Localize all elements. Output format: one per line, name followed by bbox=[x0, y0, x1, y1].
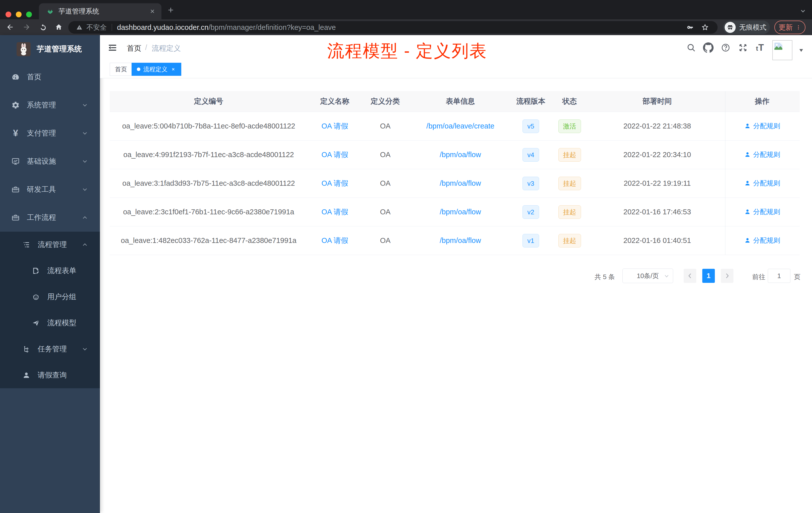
table-header: 定义编号 定义名称 定义分类 表单信息 流程版本 状态 部署时间 操作 bbox=[110, 91, 800, 112]
tab-close-icon[interactable] bbox=[149, 8, 155, 14]
search-icon[interactable] bbox=[686, 42, 697, 54]
page-size-select[interactable]: 10条/页 bbox=[622, 269, 673, 283]
sidebar-item-infrastructure[interactable]: 基础设施 bbox=[0, 147, 100, 175]
status-badge: 挂起 bbox=[558, 205, 581, 219]
url-host: dashboard.yudao.iocoder.cn bbox=[117, 23, 208, 32]
form-info-link[interactable]: /bpm/oa/flow bbox=[440, 208, 481, 216]
tab-title: 芋道管理系统 bbox=[58, 7, 149, 16]
user-icon bbox=[744, 123, 751, 129]
github-icon[interactable] bbox=[702, 42, 714, 54]
sidebar-item-process-management[interactable]: 流程管理 bbox=[0, 232, 100, 258]
password-key-icon[interactable] bbox=[686, 24, 694, 31]
browser-toolbar: 不安全 dashboard.yudao.iocoder.cn/bpm/manag… bbox=[0, 19, 812, 35]
tag-process-definition[interactable]: 流程定义 bbox=[132, 63, 181, 76]
definition-name-link[interactable]: OA 请假 bbox=[321, 179, 348, 187]
gear-icon bbox=[11, 101, 20, 110]
browser-menu-dots-icon[interactable] bbox=[796, 24, 801, 31]
traffic-light-zoom[interactable] bbox=[26, 11, 32, 17]
definition-id: oa_leave:3:1fad3d93-7b75-11ec-a3c8-acde4… bbox=[110, 179, 308, 187]
app-logo-row[interactable]: 芋道管理系统 bbox=[0, 35, 100, 63]
page-number-1[interactable]: 1 bbox=[702, 269, 715, 283]
definition-id: oa_leave:5:004b710b-7b8a-11ec-8ef0-acde4… bbox=[110, 122, 308, 130]
breadcrumb-home[interactable]: 首页 bbox=[127, 43, 141, 54]
definition-name-link[interactable]: OA 请假 bbox=[321, 151, 348, 159]
breadcrumb-current: 流程定义 bbox=[152, 43, 181, 54]
deploy-time: 2022-01-22 20:34:10 bbox=[590, 151, 725, 159]
screen: 芋道管理系统 不安全 dashboard.yudao. bbox=[0, 0, 812, 513]
page-size-value: 10条/页 bbox=[637, 272, 659, 280]
status-badge: 挂起 bbox=[558, 234, 581, 247]
omnibox-divider bbox=[112, 24, 112, 31]
assign-rule-link[interactable]: 分配规则 bbox=[744, 179, 780, 188]
definition-name-link[interactable]: OA 请假 bbox=[321, 122, 348, 130]
browser-tab[interactable]: 芋道管理系统 bbox=[39, 3, 162, 19]
reload-button[interactable] bbox=[38, 22, 49, 33]
form-info-link[interactable]: /bpm/oa/flow bbox=[440, 236, 481, 244]
sidebar-item-process-model[interactable]: 流程模型 bbox=[0, 310, 100, 336]
prev-page-button[interactable] bbox=[684, 269, 696, 283]
sidebar-item-dev-tools[interactable]: 研发工具 bbox=[0, 175, 100, 204]
help-icon[interactable] bbox=[720, 42, 731, 54]
deploy-time: 2022-01-22 19:19:11 bbox=[590, 179, 725, 187]
tab-search-chevron-icon[interactable] bbox=[800, 7, 807, 14]
tag-close-icon[interactable] bbox=[171, 66, 176, 72]
form-info-link[interactable]: /bpm/oa/flow bbox=[440, 151, 481, 159]
fullscreen-icon[interactable] bbox=[737, 42, 749, 54]
definition-name-link[interactable]: OA 请假 bbox=[321, 236, 348, 244]
browser-update-button[interactable]: 更新 bbox=[774, 21, 806, 34]
sidebar-item-home[interactable]: 首页 bbox=[0, 63, 100, 91]
goto-page-input[interactable] bbox=[768, 269, 790, 283]
sidebar-item-label: 基础设施 bbox=[27, 156, 56, 167]
definition-name-link[interactable]: OA 请假 bbox=[321, 208, 348, 216]
avatar-caret-icon[interactable] bbox=[799, 48, 804, 53]
sidebar-item-task-management[interactable]: 任务管理 bbox=[0, 336, 100, 362]
assign-rule-label: 分配规则 bbox=[753, 207, 780, 216]
font-size-icon[interactable]: tT bbox=[754, 42, 766, 54]
sidebar-item-workflow[interactable]: 工作流程 bbox=[0, 204, 100, 232]
bookmark-star-icon[interactable] bbox=[701, 23, 709, 31]
definition-category: OA bbox=[362, 122, 408, 130]
security-label[interactable]: 不安全 bbox=[86, 23, 107, 32]
sidebar-item-label: 工作流程 bbox=[27, 213, 56, 222]
table-row: oa_leave:2:3c1f0ef1-76b1-11ec-9c66-a2380… bbox=[110, 198, 800, 227]
sidebar-item-label: 研发工具 bbox=[27, 184, 56, 194]
sidebar-item-leave-query[interactable]: 请假查询 bbox=[0, 362, 100, 388]
sidebar-item-payment[interactable]: ¥ 支付管理 bbox=[0, 119, 100, 147]
assign-rule-label: 分配规则 bbox=[753, 236, 780, 245]
form-info-link[interactable]: /bpm/oa/leave/create bbox=[426, 122, 494, 130]
user-icon bbox=[744, 209, 751, 215]
table-row: oa_leave:1:482ec033-762a-11ec-8477-a2380… bbox=[110, 227, 800, 255]
sidebar-item-process-form[interactable]: 流程表单 bbox=[0, 258, 100, 284]
tag-home[interactable]: 首页 bbox=[110, 63, 132, 76]
assign-rule-link[interactable]: 分配规则 bbox=[744, 121, 780, 130]
back-button[interactable] bbox=[4, 22, 16, 33]
sidebar-item-system[interactable]: 系统管理 bbox=[0, 91, 100, 119]
traffic-light-minimize[interactable] bbox=[16, 11, 22, 17]
definition-table: 定义编号 定义名称 定义分类 表单信息 流程版本 状态 部署时间 操作 oa_l… bbox=[110, 91, 800, 255]
assign-rule-link[interactable]: 分配规则 bbox=[744, 150, 780, 159]
url-path: /bpm/manager/definition?key=oa_leave bbox=[208, 23, 336, 32]
traffic-light-close[interactable] bbox=[5, 11, 11, 17]
user-icon bbox=[22, 371, 31, 380]
address-bar[interactable]: 不安全 dashboard.yudao.iocoder.cn/bpm/manag… bbox=[68, 21, 718, 34]
paper-plane-icon bbox=[32, 319, 40, 327]
col-header-definition-name: 定义名称 bbox=[308, 96, 362, 107]
annotation-title: 流程模型 - 定义列表 bbox=[327, 40, 487, 62]
assign-rule-link[interactable]: 分配规则 bbox=[744, 236, 780, 245]
col-header-deploy-time: 部署时间 bbox=[590, 96, 725, 107]
home-button[interactable] bbox=[53, 22, 64, 33]
fixed-column-divider bbox=[725, 91, 725, 255]
avatar[interactable] bbox=[772, 40, 792, 60]
new-tab-button[interactable] bbox=[167, 6, 175, 14]
forward-button[interactable] bbox=[21, 22, 32, 33]
sidebar-item-user-group[interactable]: 用户分组 bbox=[0, 284, 100, 310]
sidebar-collapse-button[interactable] bbox=[108, 43, 117, 53]
version-badge: v5 bbox=[522, 119, 539, 133]
sidebar: 芋道管理系统 首页 系统管理 ¥ 支付管理 基础设施 bbox=[0, 35, 100, 513]
next-page-button[interactable] bbox=[721, 269, 733, 283]
form-info-link[interactable]: /bpm/oa/flow bbox=[440, 179, 481, 187]
assign-rule-link[interactable]: 分配规则 bbox=[744, 207, 780, 216]
browser-titlebar: 芋道管理系统 bbox=[0, 0, 812, 19]
definition-category: OA bbox=[362, 151, 408, 159]
version-badge: v4 bbox=[522, 148, 539, 162]
